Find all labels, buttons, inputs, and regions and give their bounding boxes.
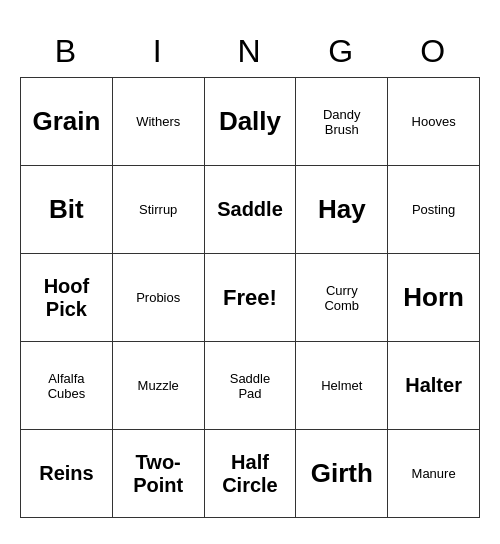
bingo-cell: Grain [21, 78, 113, 166]
bingo-card: BINGO GrainWithersDallyDandyBrushHoovesB… [20, 26, 480, 519]
bingo-cell: Stirrup [112, 166, 204, 254]
bingo-cell: Probios [112, 254, 204, 342]
bingo-cell: Muzzle [112, 342, 204, 430]
bingo-cell: Posting [388, 166, 480, 254]
bingo-cell: HoofPick [21, 254, 113, 342]
bingo-cell: AlfalfaCubes [21, 342, 113, 430]
header-letter: O [388, 26, 480, 78]
bingo-cell: CurryComb [296, 254, 388, 342]
bingo-cell: Hooves [388, 78, 480, 166]
bingo-cell: Girth [296, 430, 388, 518]
header-letter: I [112, 26, 204, 78]
bingo-cell: Dally [204, 78, 296, 166]
bingo-row: GrainWithersDallyDandyBrushHooves [21, 78, 480, 166]
bingo-cell: Reins [21, 430, 113, 518]
bingo-row: AlfalfaCubesMuzzleSaddlePadHelmetHalter [21, 342, 480, 430]
bingo-row: BitStirrupSaddleHayPosting [21, 166, 480, 254]
bingo-cell: Two-Point [112, 430, 204, 518]
header-letter: N [204, 26, 296, 78]
bingo-cell: Bit [21, 166, 113, 254]
bingo-cell: Helmet [296, 342, 388, 430]
bingo-cell: Free! [204, 254, 296, 342]
bingo-cell: Horn [388, 254, 480, 342]
header-letter: B [21, 26, 113, 78]
bingo-cell: Hay [296, 166, 388, 254]
header-letter: G [296, 26, 388, 78]
bingo-cell: Saddle [204, 166, 296, 254]
bingo-row: HoofPickProbiosFree!CurryCombHorn [21, 254, 480, 342]
bingo-cell: Manure [388, 430, 480, 518]
bingo-header: BINGO [21, 26, 480, 78]
bingo-cell: HalfCircle [204, 430, 296, 518]
bingo-cell: SaddlePad [204, 342, 296, 430]
bingo-cell: Halter [388, 342, 480, 430]
bingo-row: ReinsTwo-PointHalfCircleGirthManure [21, 430, 480, 518]
bingo-cell: Withers [112, 78, 204, 166]
bingo-cell: DandyBrush [296, 78, 388, 166]
